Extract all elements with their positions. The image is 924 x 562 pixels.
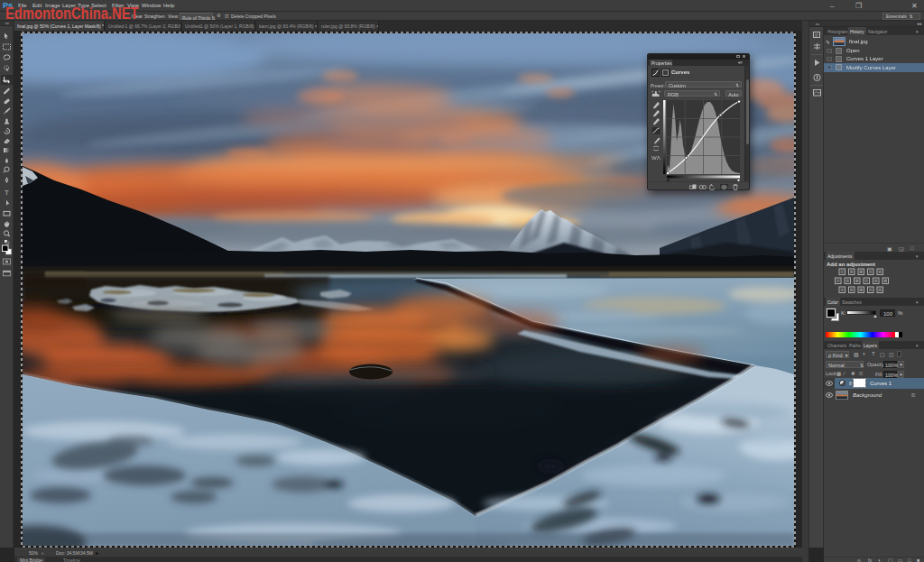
svg-text:T: T [5, 189, 9, 197]
svg-text:WΛ: WΛ [651, 155, 661, 161]
